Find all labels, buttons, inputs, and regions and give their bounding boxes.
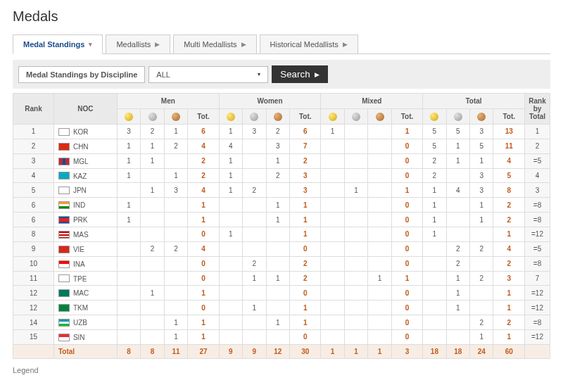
tot-cell: 11 [493,139,525,153]
medal-cell: 4 [446,183,469,198]
filter-discipline-label[interactable]: Medal Standings by Discipline [18,66,145,83]
medal-cell: 1 [423,198,446,213]
tot-cell: 4 [188,241,219,256]
noc-cell[interactable]: TKM [53,301,117,315]
tot-cell: 0 [188,256,219,271]
tab-medal-standings[interactable]: Medal Standings▾ [13,34,103,54]
flag-vie [58,246,70,253]
rank-cell: 5 [13,183,54,198]
medal-cell [423,241,446,256]
noc-cell[interactable]: INA [53,256,117,271]
medal-cell [266,330,289,345]
noc-cell[interactable]: KOR [53,125,117,139]
col-noc: NOC [53,94,117,125]
rank-cell: 11 [13,271,54,286]
medal-cell: 1 [117,198,140,213]
gold-medal-icon [423,109,446,125]
medal-cell [368,227,391,242]
tab-historical-medallists[interactable]: Historical Medallists▶ [260,34,358,54]
medal-cell [470,256,493,271]
tot-cell: 0 [391,256,422,271]
tot-cell: 13 [493,125,525,139]
noc-code: KAZ [73,172,87,179]
medal-cell [243,198,266,213]
medal-cell [368,286,391,301]
medal-cell: 1 [219,153,242,168]
table-row: 6IND11110112=8 [13,198,550,213]
noc-cell[interactable]: SIN [53,330,117,345]
tabs: Medal Standings▾Medallists▶Multi Medalli… [13,34,550,54]
table-row: 2CHN11244370515112 [13,139,550,153]
medal-cell: 3 [117,125,140,139]
medal-cell: 1 [117,153,140,168]
tot-cell: 1 [493,330,525,345]
bronze-medal-icon [470,109,493,125]
noc-cell[interactable]: MAC [53,286,117,301]
noc-cell[interactable]: MGL [53,153,117,168]
rank-cell: 14 [13,315,54,330]
col-rank: Rank [13,94,54,125]
tot-cell: 2 [493,256,525,271]
noc-cell[interactable]: KAZ [53,168,117,183]
total-cell: 3 [391,344,422,358]
medal-cell: 1 [368,271,391,286]
total-cell: 9 [243,344,266,358]
medal-cell [321,330,344,345]
col-tot: Tot. [289,109,320,125]
tot-cell: 2 [188,153,219,168]
noc-cell[interactable]: IND [53,198,117,213]
medal-cell [344,286,367,301]
tot-cell: 4 [493,153,525,168]
noc-cell[interactable]: JPN [53,183,117,198]
total-cell: 30 [289,344,320,358]
medal-cell [164,227,187,242]
medal-cell: 5 [423,139,446,153]
noc-cell[interactable]: TPE [53,271,117,286]
tab-multi-medallists[interactable]: Multi Medallists▶ [173,34,256,54]
medal-cell: 2 [164,139,187,153]
tot-cell: 3 [289,168,320,183]
noc-cell[interactable]: UZB [53,315,117,330]
noc-cell[interactable]: VIE [53,241,117,256]
medal-cell [368,168,391,183]
tot-cell: 0 [391,241,422,256]
medal-cell [446,227,469,242]
tot-cell: 1 [188,213,219,227]
rank-by-total-cell: =8 [525,213,550,227]
rank-by-total-cell: =12 [525,286,550,301]
medal-cell [219,198,242,213]
medal-cell: 1 [266,213,289,227]
medal-cell: 1 [446,139,469,153]
medal-cell: 1 [164,315,187,330]
silver-medal-icon [243,109,266,125]
arrow-right-icon: ▶ [241,41,246,48]
noc-cell[interactable]: CHN [53,139,117,153]
filter-discipline-select[interactable]: ALL ▾ [148,66,268,83]
table-row: 9VIE22400224=5 [13,241,550,256]
flag-sin [58,334,70,341]
medal-cell [141,330,164,345]
tot-cell: 0 [391,213,422,227]
noc-cell[interactable]: MAS [53,227,117,242]
tot-cell: 2 [493,315,525,330]
tot-cell: 0 [391,330,422,345]
gold-medal-icon [125,113,133,121]
medal-cell [219,315,242,330]
flag-jpn [58,186,70,194]
medal-cell: 2 [243,183,266,198]
tot-cell: 8 [493,183,525,198]
search-button[interactable]: Search ▶ [272,65,327,83]
tab-label: Multi Medallists [184,40,236,49]
tot-cell: 1 [391,271,422,286]
noc-cell[interactable]: PRK [53,213,117,227]
tot-cell: 0 [391,227,422,242]
noc-code: CHN [73,143,89,151]
medal-cell [266,256,289,271]
tab-medallists[interactable]: Medallists▶ [106,34,170,54]
bronze-medal-icon [376,113,384,121]
col-tot: Tot. [391,109,422,125]
tab-label: Medal Standings [23,40,84,49]
tot-cell: 3 [493,271,525,286]
tot-cell: 1 [289,315,320,330]
medal-cell [470,286,493,301]
